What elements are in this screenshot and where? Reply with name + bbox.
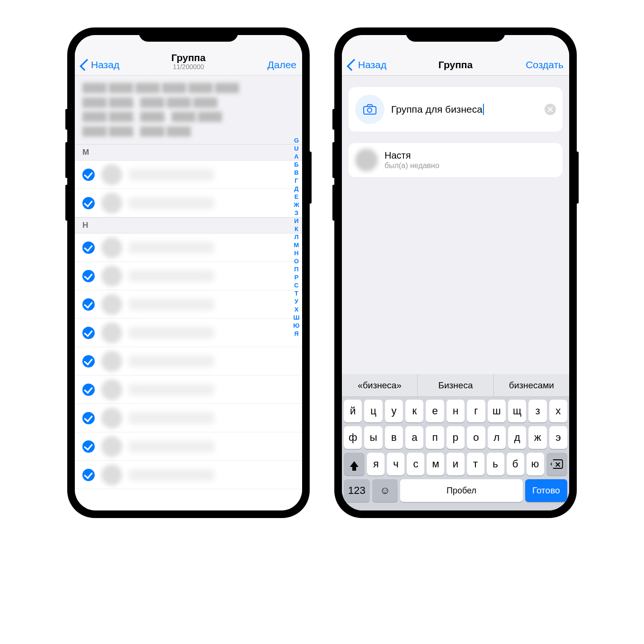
letter-key[interactable]: я [367, 453, 385, 475]
index-letter[interactable]: А [294, 153, 298, 160]
index-letter[interactable]: Ж [294, 201, 299, 208]
back-button[interactable]: Назад [346, 59, 398, 71]
contact-row[interactable] [75, 376, 302, 404]
contact-name-blurred [129, 384, 214, 395]
numbers-key[interactable]: 123 [344, 479, 370, 502]
suggestion[interactable]: Бизнеса [418, 374, 493, 396]
contacts-list[interactable]: МН [75, 144, 302, 510]
alpha-index-bar[interactable]: GUАБВГДЕЖЗИКЛМНОПРСТУХШЮЯ [291, 137, 302, 506]
group-name-input[interactable]: Группа для бизнеса [391, 104, 483, 115]
navbar: Назад Группа 11/200000 Далее [75, 35, 302, 76]
index-letter[interactable]: Б [294, 161, 298, 168]
phone-left: Назад Группа 11/200000 Далее ████ ████ █… [68, 28, 309, 517]
avatar [101, 266, 122, 286]
done-key[interactable]: Готово [525, 479, 567, 502]
index-letter[interactable]: К [295, 225, 298, 233]
shift-key[interactable] [344, 453, 365, 475]
selected-contacts-chips[interactable]: ████ ████ ████ ████ ████ ████ ████ ████,… [75, 76, 302, 144]
letter-key[interactable]: ю [527, 453, 544, 475]
suggestion[interactable]: бизнесами [494, 374, 569, 396]
letter-key[interactable]: ф [344, 426, 362, 449]
index-letter[interactable]: Я [294, 330, 298, 337]
contact-name-blurred [129, 197, 214, 209]
index-letter[interactable]: С [294, 282, 298, 289]
letter-key[interactable]: ч [387, 453, 404, 475]
avatar [355, 149, 378, 171]
letter-key[interactable]: в [385, 426, 403, 449]
index-letter[interactable]: М [294, 242, 299, 249]
contact-row[interactable] [75, 290, 302, 319]
space-key[interactable]: Пробел [400, 479, 522, 502]
back-button[interactable]: Назад [79, 59, 131, 71]
contact-row[interactable] [75, 262, 302, 290]
index-letter[interactable]: U [294, 145, 298, 152]
letter-key[interactable]: е [426, 400, 444, 422]
letter-key[interactable]: й [344, 400, 362, 422]
letter-key[interactable]: р [447, 426, 465, 449]
create-button[interactable]: Создать [511, 59, 564, 71]
index-letter[interactable]: Х [295, 306, 299, 313]
letter-key[interactable]: ы [364, 426, 382, 449]
backspace-key[interactable] [546, 453, 567, 475]
contact-row[interactable] [75, 319, 302, 347]
index-letter[interactable]: Ю [293, 322, 299, 329]
index-letter[interactable]: Л [294, 233, 298, 241]
letter-key[interactable]: л [488, 426, 506, 449]
member-row[interactable]: Настя был(а) недавно [349, 143, 563, 177]
contact-row[interactable] [75, 347, 302, 376]
index-letter[interactable]: У [295, 298, 298, 305]
letter-key[interactable]: х [549, 400, 567, 422]
contact-row[interactable] [75, 404, 302, 432]
index-letter[interactable]: Т [295, 290, 298, 297]
member-name: Настя [385, 150, 439, 161]
avatar [101, 379, 122, 400]
index-letter[interactable]: З [295, 209, 298, 216]
letter-key[interactable]: э [549, 426, 567, 449]
index-letter[interactable]: О [294, 258, 299, 265]
letter-key[interactable]: б [507, 453, 524, 475]
index-letter[interactable]: G [294, 137, 299, 144]
index-letter[interactable]: И [294, 217, 298, 224]
index-letter[interactable]: Н [294, 250, 298, 257]
contact-row[interactable] [75, 432, 302, 461]
letter-key[interactable]: г [467, 400, 485, 422]
suggestion[interactable]: «бизнеса» [342, 374, 418, 396]
index-letter[interactable]: Ш [293, 314, 299, 321]
letter-key[interactable]: у [385, 400, 403, 422]
letter-key[interactable]: к [405, 400, 423, 422]
letter-key[interactable]: н [447, 400, 465, 422]
letter-key[interactable]: ж [528, 426, 546, 449]
next-button[interactable]: Далее [244, 59, 296, 71]
index-letter[interactable]: Е [295, 193, 299, 200]
emoji-icon: ☺ [380, 484, 390, 497]
letter-key[interactable]: п [426, 426, 444, 449]
letter-key[interactable]: и [447, 453, 464, 475]
set-photo-button[interactable] [355, 95, 385, 124]
letter-key[interactable]: о [467, 426, 485, 449]
letter-key[interactable]: ц [364, 400, 382, 422]
clear-input-button[interactable] [545, 104, 556, 115]
letter-key[interactable]: д [508, 426, 526, 449]
letter-key[interactable]: т [467, 453, 484, 475]
letter-key[interactable]: щ [508, 400, 526, 422]
letter-key[interactable]: а [405, 426, 423, 449]
letter-key[interactable]: м [427, 453, 444, 475]
checkmark-icon [82, 327, 95, 339]
letter-key[interactable]: с [407, 453, 424, 475]
contact-row[interactable] [75, 161, 302, 189]
index-letter[interactable]: Д [294, 185, 298, 192]
letter-key[interactable]: ш [488, 400, 506, 422]
emoji-key[interactable]: ☺ [372, 479, 398, 502]
contact-row[interactable] [75, 233, 302, 262]
letter-key[interactable]: з [528, 400, 546, 422]
contact-row[interactable] [75, 461, 302, 489]
index-letter[interactable]: Г [295, 177, 298, 184]
index-letter[interactable]: П [294, 266, 298, 273]
phone-right: Назад Группа Создать Груп [335, 28, 576, 517]
text-cursor [483, 104, 484, 115]
checkmark-icon [82, 270, 95, 282]
index-letter[interactable]: В [294, 169, 298, 176]
letter-key[interactable]: ь [487, 453, 504, 475]
index-letter[interactable]: Р [295, 274, 299, 281]
contact-row[interactable] [75, 189, 302, 217]
